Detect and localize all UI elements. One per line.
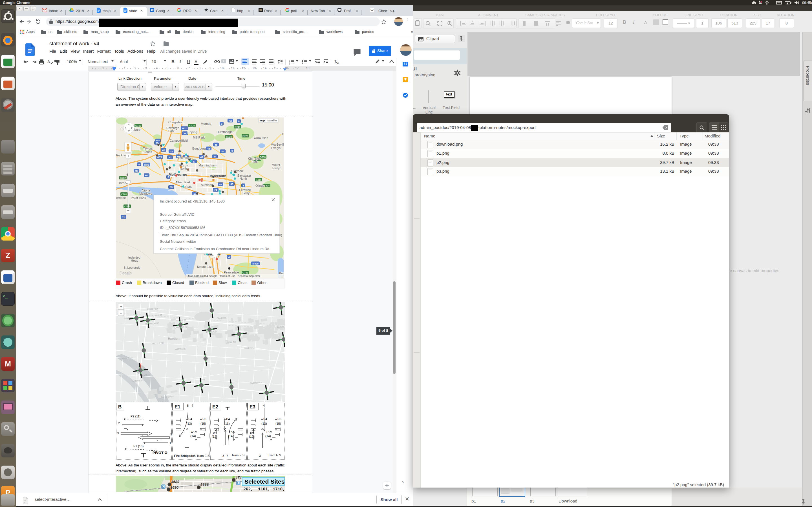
svg-text:C746: C746	[235, 126, 241, 128]
svg-text:(14): (14)	[265, 434, 271, 438]
svg-text:C726: C726	[243, 135, 248, 137]
svg-text:36: 36	[231, 183, 233, 186]
svg-text:M8: M8	[135, 170, 138, 172]
svg-text:Google: Google	[119, 271, 132, 275]
svg-text:2: 2	[118, 421, 120, 425]
svg-text:3: 3	[289, 63, 290, 64]
svg-text:5: 5	[243, 184, 244, 187]
svg-text:Incident occured at: -38.1516,: Incident occured at: -38.1516, 145.1530	[160, 199, 225, 203]
svg-text:H: H	[282, 132, 284, 135]
svg-text:Selected Sites: Selected Sites	[245, 478, 285, 485]
svg-text:ID: t_507401587090653186: ID: t_507401587090653186	[160, 226, 205, 230]
svg-text:M80: M80	[144, 163, 149, 166]
svg-text:24: 24	[214, 189, 217, 191]
svg-text:4: 4	[263, 404, 265, 407]
svg-text:9: 9	[117, 432, 119, 435]
svg-text:(13): (13)	[186, 422, 192, 425]
svg-text:Grace Park: Grace Park	[147, 307, 158, 310]
svg-text:9: 9	[232, 150, 233, 152]
svg-text:P6: P6	[277, 417, 281, 421]
svg-text:Map: Map	[260, 119, 265, 122]
svg-text:M31: M31	[182, 127, 187, 130]
svg-text:42: 42	[229, 119, 232, 122]
svg-text:C404: C404	[264, 184, 270, 187]
svg-text:Park: Park	[168, 129, 174, 133]
svg-text:Tram E.S: Tram E.S	[232, 453, 245, 457]
svg-text:46: 46	[214, 144, 217, 146]
svg-text:P5: P5	[266, 431, 270, 434]
svg-text:Evelyn: Evelyn	[271, 146, 281, 150]
svg-text:P4: P4	[188, 417, 192, 421]
svg-text:46: 46	[200, 156, 203, 159]
svg-text:35: 35	[170, 186, 172, 189]
svg-text:40: 40	[219, 183, 222, 186]
svg-text:8: 8	[139, 163, 140, 166]
svg-text:erribee: erribee	[116, 196, 126, 200]
svg-text:St Leonards: St Leonards	[123, 266, 140, 269]
svg-text:Content: Collision in Franksto: Content: Collision in Frankston on Cranb…	[160, 247, 270, 251]
svg-text:-: -	[120, 311, 122, 315]
svg-text:C415: C415	[256, 179, 262, 181]
svg-text:Burwood: Burwood	[201, 183, 213, 186]
svg-text:M420: M420	[252, 262, 259, 265]
svg-text:(15): (15)	[200, 422, 206, 425]
svg-text:C781: C781	[243, 271, 248, 274]
svg-text:44: 44	[221, 150, 224, 153]
svg-text:262, 1101, 1710,: 262, 1101, 1710,	[243, 487, 285, 492]
svg-text:x: x	[338, 62, 339, 64]
svg-text:Mount Eliza: Mount Eliza	[197, 265, 213, 269]
svg-text:Manningham: Manningham	[199, 164, 216, 167]
svg-text:C729: C729	[189, 124, 195, 127]
svg-text:3690: 3690	[170, 485, 179, 490]
svg-text:P1 (10): P1 (10)	[133, 445, 144, 448]
svg-text:Fire Bridgade: Fire Bridgade	[174, 454, 194, 457]
svg-text:Hawthorn: Hawthorn	[168, 337, 180, 340]
svg-text:Point Cook: Point Cook	[131, 196, 146, 200]
svg-text:Rockbar: Rockbar	[116, 154, 127, 157]
svg-text:9: 9	[170, 433, 172, 436]
svg-text:North: North	[240, 177, 247, 180]
svg-text:Mernda: Mernda	[201, 122, 211, 125]
svg-text:C701: C701	[121, 193, 127, 196]
svg-text:A: A	[47, 59, 50, 64]
svg-text:4: 4	[192, 404, 193, 407]
svg-text:Bundoora: Bundoora	[192, 147, 206, 150]
svg-text:Head: Head	[131, 259, 138, 262]
svg-text:3: 3	[259, 454, 261, 457]
svg-text:Melbourne: Melbourne	[168, 172, 187, 177]
svg-text:C728: C728	[226, 135, 232, 138]
svg-text:B: B	[118, 404, 121, 409]
svg-text:Time: Thu Sep 04 2014 15:35:40: Time: Thu Sep 04 2014 15:35:40 GMT+1000 …	[160, 233, 282, 237]
svg-text:Taylors: Taylors	[143, 147, 153, 150]
svg-text:Evelyn: Evelyn	[272, 166, 282, 170]
svg-text:+: +	[120, 304, 122, 309]
svg-text:7: 7	[226, 454, 228, 457]
svg-text:Gully: Gully	[243, 191, 250, 194]
svg-text:Meadows: Meadows	[139, 192, 152, 195]
svg-text:M1: M1	[145, 174, 148, 177]
svg-text:Pearcedale: Pearcedale	[224, 271, 239, 274]
svg-text:Craigieburn: Craigieburn	[168, 121, 185, 124]
svg-text:+: +	[127, 154, 130, 158]
svg-text:Croydon: Croydon	[231, 169, 243, 173]
svg-text:Epping: Epping	[188, 130, 197, 134]
svg-text:Seville: Seville	[276, 143, 284, 146]
svg-text:58: 58	[184, 132, 186, 135]
svg-text:Auburn: Auburn	[277, 325, 284, 328]
svg-text:Mount: Mount	[272, 163, 280, 166]
svg-text:& Tram E.S: & Tram E.S	[194, 454, 209, 457]
svg-text:(13): (13)	[224, 422, 230, 425]
svg-text:Park: Park	[252, 160, 258, 163]
svg-text:E3: E3	[250, 404, 255, 409]
svg-text:Hurstbridge: Hurstbridge	[216, 130, 233, 133]
svg-text:Olinda: Olinda	[255, 184, 265, 187]
svg-text:E2: E2	[212, 404, 218, 409]
svg-text:C743: C743	[135, 124, 141, 127]
svg-text:27: 27	[193, 160, 195, 163]
svg-text:3: 3	[222, 454, 224, 457]
svg-text:Mill Park: Mill Park	[193, 136, 205, 139]
svg-text:(15): (15)	[275, 422, 281, 425]
svg-text:PIVOT Ø: PIVOT Ø	[153, 451, 167, 455]
svg-text:Albert Park: Albert Park	[175, 180, 191, 184]
svg-text:Campbellfield: Campbellfield	[170, 139, 188, 142]
